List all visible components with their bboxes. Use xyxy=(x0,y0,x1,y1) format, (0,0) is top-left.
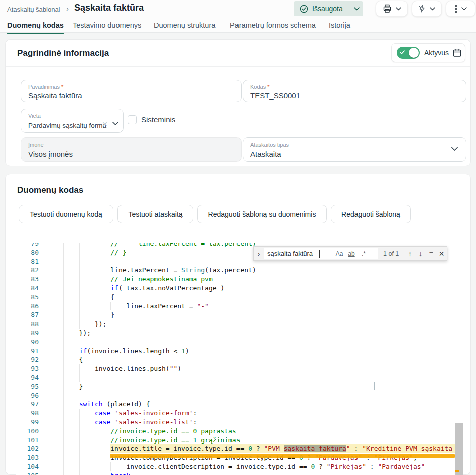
find-in-selection-icon[interactable]: ≡ xyxy=(426,250,436,258)
saved-button-main[interactable]: Išsaugota xyxy=(294,1,350,16)
automation-button[interactable] xyxy=(412,1,442,17)
code-line[interactable]: }); xyxy=(16,320,463,329)
code-line[interactable]: // Jei neapmokestinama pvm xyxy=(16,275,463,284)
system-checkbox[interactable] xyxy=(128,115,137,124)
code-editor[interactable]: 7980818283848586878889909192939495969798… xyxy=(16,243,463,475)
match-case-icon[interactable]: Aa xyxy=(333,250,345,257)
tab-duomenu-struktura[interactable]: Duomenų struktūra xyxy=(154,21,215,33)
place-select-value: Pardavimų sąskaitų forma xyxy=(28,122,106,129)
code-line[interactable]: invoice.lines.push("") xyxy=(16,364,463,373)
place-select-label: Vieta xyxy=(28,113,41,119)
check-icon xyxy=(400,50,405,55)
tab-istorija[interactable]: Istorija xyxy=(329,21,350,33)
kebab-menu-icon xyxy=(455,5,457,13)
chevron-down-icon[interactable] xyxy=(451,147,458,151)
find-input[interactable] xyxy=(264,248,333,259)
name-field-label: Pavadinimas xyxy=(28,84,60,90)
calendar-button[interactable] xyxy=(449,48,465,57)
code-line[interactable]: case 'sales-invoice-list': xyxy=(16,418,463,427)
code-field[interactable]: Kodas * TEST_SS0001 xyxy=(243,80,466,102)
company-field-label: Įmonė xyxy=(28,142,44,148)
chevron-down-icon xyxy=(396,7,401,11)
tab-duomenu-kodas[interactable]: Duomenų kodas xyxy=(7,21,64,33)
code-line[interactable] xyxy=(16,338,463,347)
name-field-value: Sąskaita faktūra xyxy=(28,91,82,100)
more-options-button[interactable] xyxy=(446,1,475,17)
find-close-icon[interactable]: ✕ xyxy=(436,250,447,258)
company-field-value: Visos įmonės xyxy=(28,150,73,159)
tab-testavimo-duomenys[interactable]: Testavimo duomenys xyxy=(73,21,141,33)
report-type-value: Ataskaita xyxy=(250,150,281,159)
data-code-card: Duomenų kodas Testuoti duomenų kodą Test… xyxy=(5,174,471,475)
company-field: Įmonė Visos įmonės xyxy=(21,137,242,162)
breadcrumb-separator-icon: › xyxy=(66,4,69,13)
test-report-button[interactable]: Testuoti ataskaitą xyxy=(117,205,193,223)
find-next-icon[interactable]: ↓ xyxy=(415,250,426,258)
annotation-underline-bar xyxy=(110,454,455,458)
scrollbar-find-marker xyxy=(455,470,459,472)
code-line[interactable]: //invoice.type.id == 0 paprastas xyxy=(16,427,463,436)
print-button[interactable] xyxy=(376,1,408,17)
code-line[interactable]: //invoice.type.id == 1 grąžinimas xyxy=(16,436,463,445)
code-field-label: Kodas xyxy=(250,84,266,90)
chevron-down-icon[interactable] xyxy=(112,122,118,126)
code-line[interactable]: { xyxy=(16,293,463,302)
find-results-count: 1 of 1 xyxy=(383,250,399,257)
check-circle-icon xyxy=(300,5,308,13)
general-info-card: Pagrindinė informacija Aktyvus Pavadinim… xyxy=(5,39,471,166)
code-line[interactable]: { xyxy=(16,355,463,364)
find-collapse-icon[interactable]: › xyxy=(254,250,264,258)
code-line[interactable]: if(invoice.lines.length < 1) xyxy=(16,347,463,356)
edit-template-button[interactable]: Redaguoti šabloną xyxy=(331,205,411,223)
regex-icon[interactable]: .* xyxy=(358,250,370,257)
app: { "topbar": { "breadcrumb": { "root": "A… xyxy=(0,0,476,475)
active-toggle-label: Aktyvus xyxy=(424,49,449,57)
code-line[interactable]: } xyxy=(16,310,463,320)
calendar-icon xyxy=(453,48,461,57)
code-line[interactable]: }); xyxy=(16,329,463,338)
divider xyxy=(6,66,470,67)
find-previous-icon[interactable]: ↑ xyxy=(405,250,415,258)
active-toggle[interactable] xyxy=(397,47,420,59)
code-line[interactable]: invoice.title = invoice.type.id == 0 ? "… xyxy=(16,444,463,453)
breadcrumb-root[interactable]: Ataskaitų šablonai xyxy=(7,6,60,13)
chevron-down-icon xyxy=(461,7,467,11)
whole-word-icon[interactable]: ab xyxy=(345,250,358,257)
chevron-down-icon xyxy=(430,7,435,11)
printer-icon xyxy=(383,4,392,13)
code-line[interactable] xyxy=(16,373,463,382)
report-type-label: Ataskaitos tipas xyxy=(250,142,289,148)
lightning-icon xyxy=(418,5,426,13)
find-widget: › Aa ab .* 1 of 1 ↑ ↓ ≡ ✕ xyxy=(253,246,447,261)
code-line[interactable]: } xyxy=(16,382,463,391)
chevron-down-icon xyxy=(354,7,360,11)
text-caret xyxy=(319,250,320,258)
general-card-title: Pagrindinė informacija xyxy=(17,48,109,58)
place-select[interactable]: Vieta Pardavimų sąskaitų forma ✕ xyxy=(21,109,124,133)
saved-split-button[interactable]: Išsaugota xyxy=(294,1,363,16)
tab-parametru-formos-schema[interactable]: Parametrų formos schema xyxy=(230,21,316,33)
find-input-wrap: Aa ab .* xyxy=(264,248,378,259)
code-line[interactable]: invoice.clientDescription = invoice.type… xyxy=(16,462,463,471)
active-toggle-group: Aktyvus xyxy=(391,43,465,62)
code-line[interactable]: switch (placeId) { xyxy=(16,400,463,409)
name-field[interactable]: Pavadinimas * Sąskaita faktūra xyxy=(21,80,242,102)
code-line[interactable] xyxy=(16,391,463,400)
code-line[interactable]: case 'sales-invoice-form': xyxy=(16,409,463,418)
toggle-knob xyxy=(409,48,419,58)
code-card-title: Duomenų kodas xyxy=(17,185,83,195)
clear-icon[interactable]: ✕ xyxy=(102,120,108,128)
saved-button-dropdown[interactable] xyxy=(350,1,363,16)
edit-template-with-data-button[interactable]: Redaguoti šabloną su duomenimis xyxy=(197,205,327,223)
report-type-select[interactable]: Ataskaitos tipas Ataskaita xyxy=(243,137,466,162)
code-rows[interactable]: // line.taxPercent = tax.percent) // } l… xyxy=(16,243,463,475)
code-line[interactable]: line.taxPercent = String(tax.percent) xyxy=(16,266,463,275)
code-line[interactable]: line.taxPercent = "-" xyxy=(16,302,463,311)
code-line[interactable]: break; xyxy=(16,471,463,475)
system-checkbox-label: Sisteminis xyxy=(141,115,175,124)
test-data-code-button[interactable]: Testuoti duomenų kodą xyxy=(19,205,113,223)
code-field-value: TEST_SS0001 xyxy=(250,91,300,100)
vertical-scrollbar[interactable] xyxy=(455,423,463,475)
saved-button-label: Išsaugota xyxy=(312,5,343,13)
code-line[interactable]: if( tax.tax.noVatPercentage ) xyxy=(16,284,463,293)
